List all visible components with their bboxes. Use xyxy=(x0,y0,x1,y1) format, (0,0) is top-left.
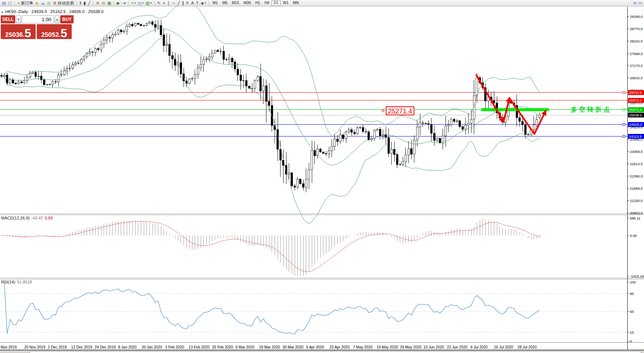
zoom-out-icon[interactable]: ⊖ xyxy=(101,0,106,6)
toolbar-separator xyxy=(14,1,15,6)
vertical-line-icon[interactable]: │ xyxy=(166,0,171,6)
autotrading-button[interactable]: ⚙自动交易 xyxy=(52,0,75,6)
new-order-button[interactable]: +新订单 xyxy=(16,0,34,6)
rsi-tick-label: 100 xyxy=(630,280,636,284)
label-icon[interactable]: T xyxy=(195,0,200,6)
horizontal-line-icon-icon: ─ xyxy=(172,0,175,6)
price-tick-label: 21330.0 xyxy=(630,199,643,203)
pivot-line-25271-label: 25271.4 xyxy=(629,107,642,112)
shapes-icon[interactable]: ◆▾ xyxy=(200,0,207,6)
date-label: 29 May 2020 xyxy=(400,345,421,349)
trend-zigzag-arrows[interactable] xyxy=(476,75,546,134)
macd-main-value: -43.47 xyxy=(31,216,43,220)
rsi-tick-label: 50 xyxy=(630,309,634,314)
horizontal-line-icon[interactable]: ─ xyxy=(171,0,177,6)
zigzag-segment[interactable] xyxy=(509,98,534,134)
signal-icon[interactable]: ◎ xyxy=(46,0,52,6)
sell-price-button[interactable]: 25036.5 xyxy=(1,24,36,39)
chart-window-icon[interactable]: ▤ xyxy=(1,0,7,6)
sell-price-pips: 5 xyxy=(25,28,31,38)
buy-button[interactable]: BUY xyxy=(60,15,74,23)
text-icon[interactable]: A xyxy=(190,0,195,6)
fibonacci-icon[interactable]: F xyxy=(185,0,190,6)
autotrading-button-label: 自动交易 xyxy=(58,0,74,6)
macd-tick-label: -1415.19 xyxy=(630,274,644,278)
volume-input[interactable] xyxy=(22,15,54,23)
timeframe-m30[interactable]: M30 xyxy=(241,0,253,6)
tile-windows-icon[interactable]: ▦ xyxy=(106,0,112,6)
toolbar-separator xyxy=(114,1,114,6)
toolbar-separator xyxy=(93,1,93,6)
indicators-add-icon[interactable]: +▾ xyxy=(130,0,137,6)
macd-tick-label: 596.11 xyxy=(630,216,640,220)
pivot-line-25271-anchor[interactable] xyxy=(623,109,625,111)
timeframe-m5[interactable]: M5 xyxy=(220,0,230,6)
sell-button[interactable]: SELL xyxy=(1,15,15,23)
date-label: 16 Jul 2020 xyxy=(494,345,513,349)
chart-shift-icon[interactable]: ⇥ xyxy=(121,0,127,6)
date-label: 20 Jan 2020 xyxy=(142,345,162,349)
chart-window-tab[interactable] xyxy=(30,351,641,353)
date-label: 22 Jun 2020 xyxy=(447,345,467,349)
date-label: 18 Mar 2020 xyxy=(259,345,280,349)
timeframe-w1[interactable]: W1 xyxy=(281,0,291,6)
auto-scroll-icon[interactable]: ▶ xyxy=(116,0,121,6)
timeframe-mn[interactable]: MN xyxy=(291,0,301,6)
pivot-highlight-bar[interactable] xyxy=(481,108,549,111)
autotrading-button-icon: ⚙ xyxy=(53,0,56,6)
channel-icon[interactable]: ∥ xyxy=(181,0,185,6)
collapse-triangle-icon[interactable]: ▴ xyxy=(1,10,3,13)
rsi-tick-label: 80 xyxy=(630,292,634,296)
rsi-line xyxy=(4,282,540,334)
price-tick-label: 22386.0 xyxy=(630,174,643,178)
volume-increase-button[interactable]: ▲ xyxy=(55,15,60,23)
cursor-icon-icon: ↖ xyxy=(157,0,161,6)
periods-clock-icon[interactable]: ◷▾ xyxy=(137,0,145,6)
styles-bucket-icon[interactable]: ◈ xyxy=(34,0,39,6)
buy-price-pips: 5 xyxy=(61,28,67,38)
trendline-icon[interactable]: ╱ xyxy=(176,0,181,6)
price-annotation-box[interactable]: 25271.4 xyxy=(386,106,414,115)
cursor-icon[interactable]: ↖ xyxy=(156,0,162,6)
tile-windows-icon-icon: ▦ xyxy=(107,0,111,6)
search-icon: ⚲ xyxy=(632,1,638,4)
chart-shift-icon-icon: ⇥ xyxy=(122,0,126,6)
crosshair-icon[interactable]: + xyxy=(162,0,166,6)
chart-zoom-icon[interactable]: ◰ xyxy=(7,0,13,6)
macd-label: MACD(12,26,9)-43.475.89 xyxy=(1,216,53,220)
buy-price-button[interactable]: 25052.5 xyxy=(37,24,72,39)
support-line-24628-label: 24628.3 xyxy=(629,122,642,126)
candlestick-chart-icon[interactable]: ▮ xyxy=(82,0,87,6)
timeframe-h4[interactable]: H4 xyxy=(262,0,272,6)
line-chart-icon[interactable]: ╱ xyxy=(87,0,92,6)
date-label: Nov 2019 xyxy=(1,345,17,349)
zoom-in-icon-icon: ⊕ xyxy=(96,0,99,6)
styles-bucket-icon-icon: ◈ xyxy=(35,0,38,6)
label-icon-icon: T xyxy=(196,0,199,6)
chevron-down-icon: ▾ xyxy=(142,1,144,4)
resistance-line-26010-anchor[interactable] xyxy=(623,92,625,94)
mt4-window: 29298.028770.028242.027698.027170.026642… xyxy=(0,0,644,353)
shapes-icon-icon: ◆ xyxy=(201,0,204,6)
turning-point-note[interactable]: 多空转折点 xyxy=(571,105,612,114)
support-line-24113-anchor[interactable] xyxy=(623,135,625,138)
zigzag-segment[interactable] xyxy=(476,75,504,122)
templates-icon[interactable]: ▧▾ xyxy=(145,0,153,6)
date-label: 20 Nov 2019 xyxy=(24,345,45,349)
chart-window-icon-icon: ▤ xyxy=(2,0,6,6)
support-line-24628-anchor[interactable] xyxy=(623,123,625,126)
timeframe-m1[interactable]: M1 xyxy=(210,0,220,6)
profiles-cloud-icon[interactable]: ☁ xyxy=(40,0,46,6)
zoom-in-icon[interactable]: ⊕ xyxy=(95,0,100,6)
toolbar-separator xyxy=(208,1,209,6)
timeframe-d1[interactable]: D1 xyxy=(272,0,281,6)
sell-price-main: 25036 xyxy=(5,32,23,38)
timeframe-h1[interactable]: H1 xyxy=(253,0,262,6)
support-line-24113-label: 24113.9 xyxy=(629,134,642,138)
date-label: 30 Mar 2020 xyxy=(282,345,304,349)
macd-tick-label: 0.00 xyxy=(630,234,637,238)
bar-chart-icon[interactable]: ‖ xyxy=(78,0,82,6)
volume-decrease-button[interactable]: ▼ xyxy=(16,15,21,23)
timeframe-m15[interactable]: M15 xyxy=(230,0,241,6)
toolbar-separator xyxy=(128,1,129,6)
